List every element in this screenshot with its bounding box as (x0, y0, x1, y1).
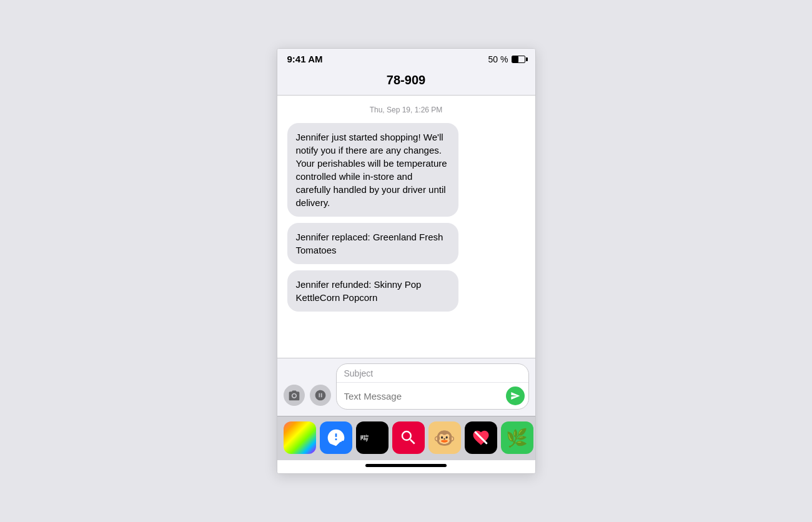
nav-bar: 78-909 (277, 68, 535, 96)
camera-icon (288, 389, 300, 401)
send-icon (510, 391, 520, 401)
send-button[interactable] (506, 387, 525, 405)
status-time: 9:41 AM (287, 54, 323, 64)
dnd-icon (472, 428, 490, 447)
appstore-button[interactable] (310, 385, 331, 406)
green-leaf-emoji: 🌿 (506, 428, 528, 448)
dock-icon-monkey[interactable]: 🐵 (428, 421, 461, 454)
subject-placeholder: Subject (344, 368, 374, 378)
dock-icon-green[interactable]: 🌿 (501, 421, 533, 454)
status-right: 50 % (488, 54, 525, 64)
input-area: Subject (277, 358, 535, 416)
appstore-nav-icon (314, 389, 327, 401)
search-dock-icon (399, 428, 418, 447)
input-left-icons (284, 385, 331, 410)
app-dock: Pay apple 🐵 🌿 (277, 416, 535, 460)
message-bubble-1: Jennifer just started shopping! We'll no… (287, 123, 458, 217)
dock-icon-appstore[interactable] (320, 421, 352, 454)
monkey-emoji: 🐵 (433, 428, 455, 448)
message-area: Thu, Sep 19, 1:26 PM Jennifer just start… (277, 96, 535, 358)
dock-icon-photos[interactable] (284, 421, 316, 454)
home-bar (365, 464, 447, 467)
nav-title: 78-909 (287, 73, 525, 87)
message-input[interactable] (344, 391, 506, 401)
message-bubble-3: Jennifer refunded: Skinny Pop KettleCorn… (287, 270, 458, 312)
status-bar: 9:41 AM 50 % (277, 49, 535, 68)
battery-icon (512, 56, 525, 63)
message-input-row (337, 383, 528, 409)
dock-icon-dnd[interactable] (465, 421, 497, 454)
home-indicator (277, 460, 535, 473)
dock-icon-applepay[interactable]: Pay apple (356, 421, 389, 454)
svg-text:apple: apple (360, 434, 369, 438)
dock-icon-search[interactable] (392, 421, 425, 454)
applepay-icon: Pay apple (360, 431, 385, 444)
message-bubble-2: Jennifer replaced: Greenland Fresh Tomat… (287, 223, 458, 264)
compose-wrapper: Subject (336, 363, 529, 410)
subject-field: Subject (337, 364, 528, 383)
phone-frame: 9:41 AM 50 % 78-909 Thu, Sep 19, 1:26 PM… (277, 48, 536, 474)
appstore-dock-icon (326, 428, 346, 448)
battery-fill (512, 56, 518, 62)
camera-button[interactable] (284, 385, 305, 406)
battery-percent: 50 % (488, 54, 508, 64)
message-timestamp: Thu, Sep 19, 1:26 PM (287, 106, 525, 114)
